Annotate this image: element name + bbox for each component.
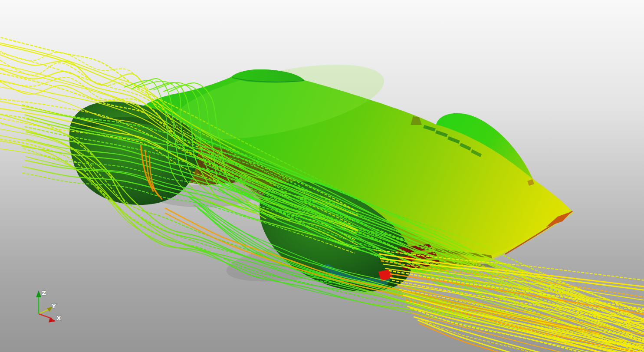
render-viewport[interactable]: Z Y X <box>0 0 644 352</box>
axis-z-label: Z <box>42 289 46 296</box>
axis-x-label: X <box>56 315 61 322</box>
axis-y-label: Y <box>51 303 56 309</box>
cfd-scene[interactable]: Z Y X <box>0 0 644 352</box>
